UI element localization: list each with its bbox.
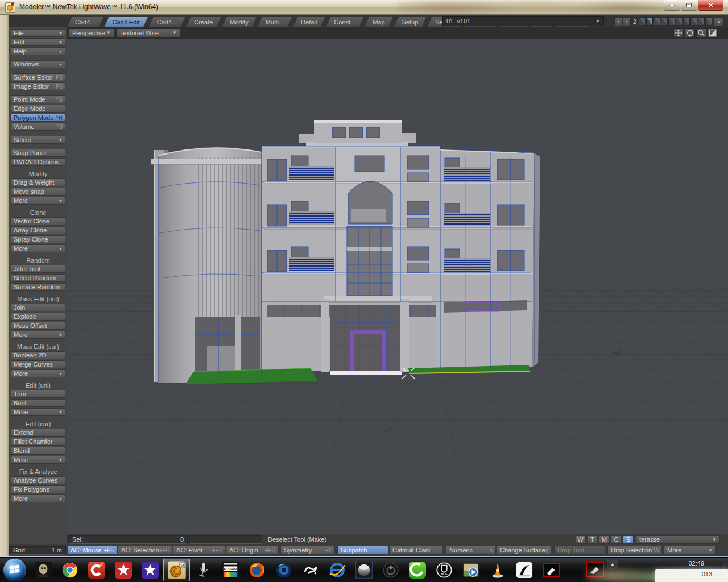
close-button[interactable]: ✕ xyxy=(698,0,723,11)
layer-box-9[interactable] xyxy=(698,17,705,26)
taskbar-icon-pinnacle-studio[interactable]: STUDIO xyxy=(217,559,243,581)
windows-menu[interactable]: Windows▼ xyxy=(11,60,65,68)
edit-menu[interactable]: Edit▼ xyxy=(11,38,65,46)
taskbar-icon-vlc[interactable] xyxy=(484,559,511,581)
polygon-mode-button[interactable]: Polygon Mode^H xyxy=(11,114,65,122)
fillet-chamfer-button[interactable]: Fillet Chamfer xyxy=(11,438,65,446)
mass-edit-uni-more-button[interactable]: More▼ xyxy=(11,331,65,339)
ac-pivot-button[interactable]: AC: Pivot+F7 xyxy=(173,546,225,555)
layer-box-7[interactable] xyxy=(683,17,690,26)
taskbar-icon-ble-downloader[interactable]: BLE xyxy=(431,559,457,581)
taskbar-icon-internet-explorer[interactable] xyxy=(324,559,350,581)
subpatch-button[interactable]: Subpatch xyxy=(337,546,388,555)
file-menu[interactable]: File▼ xyxy=(11,29,65,37)
layer-box-2[interactable] xyxy=(646,17,653,26)
surface-editor-button[interactable]: Surface EditorF5 xyxy=(11,73,65,81)
vmap-morph-button[interactable]: M xyxy=(599,535,610,544)
surface-random-button[interactable]: Surface Random xyxy=(11,283,65,291)
prev-layer-button[interactable]: ‹ xyxy=(614,17,622,26)
ac-selection-button[interactable]: AC: Selection+F8 xyxy=(118,546,172,555)
taskbar-icon-media-player[interactable] xyxy=(457,559,484,581)
select-random-button[interactable]: Select Random xyxy=(11,274,65,282)
extend-button[interactable]: Extend xyxy=(11,429,65,436)
modify-more-button[interactable]: More▼ xyxy=(11,197,65,205)
symmetry-button[interactable]: Symmetry+Y xyxy=(280,546,335,555)
change-surface-button[interactable]: Change Surfaceq xyxy=(497,546,551,555)
taskbar-icon-white-swirl[interactable] xyxy=(297,559,324,581)
taskbar-icon-ccleaner[interactable] xyxy=(83,559,110,581)
taskbar-clock[interactable]: 02:49 xyxy=(688,560,704,567)
viewport[interactable]: Perspective▼ Textured Wire▼ xyxy=(67,27,728,534)
ac-origin-button[interactable]: AC: Origin+F6 xyxy=(226,546,278,555)
layer-box-4[interactable] xyxy=(661,17,668,26)
numeric-button[interactable]: Numericn xyxy=(446,546,496,555)
tab-multiply[interactable]: Multi... xyxy=(258,17,292,27)
taskbar-icon-lightwave-red[interactable] xyxy=(110,559,136,581)
edge-mode-button[interactable]: Edge Mode xyxy=(11,105,65,113)
vmap-texture-button[interactable]: T xyxy=(587,535,598,544)
layer-menu-button[interactable]: ▼ xyxy=(714,17,724,26)
taskbar-icon-flame-ring[interactable] xyxy=(377,559,404,581)
vector-clone-button[interactable]: Vector Clone xyxy=(11,217,65,225)
taskbar-icon-firefox[interactable] xyxy=(243,559,270,581)
drop-tool-button[interactable]: Drop Tool xyxy=(554,546,605,555)
vmap-color-button[interactable]: C xyxy=(611,535,622,544)
taskbar-icon-microphone[interactable] xyxy=(190,559,217,581)
snap-panel-button[interactable]: Snap Panel xyxy=(11,149,65,157)
next-layer-button[interactable]: › xyxy=(623,17,631,26)
minimize-button[interactable] xyxy=(664,0,680,11)
edit-uni-more-button[interactable]: More▼ xyxy=(11,408,65,416)
blend-button[interactable]: Blend xyxy=(11,447,65,455)
join-button[interactable]: Join xyxy=(11,304,65,311)
title-bar[interactable]: Modeler™ NewTek LightWave™ 11.6 (Win64) … xyxy=(0,0,728,15)
viewport-canvas[interactable]: +X -Z xyxy=(67,39,728,534)
volume-mode-button[interactable]: Volume^J xyxy=(11,123,65,131)
tab-setup[interactable]: Setup xyxy=(394,17,427,27)
start-button[interactable] xyxy=(3,559,26,581)
surface-selector[interactable]: terasse▼ xyxy=(636,535,720,544)
taskbar-icon-audio-speaker[interactable] xyxy=(270,559,297,581)
move-snap-button[interactable]: Move snap xyxy=(11,188,65,196)
help-menu[interactable]: Help▼ xyxy=(11,47,65,55)
taskbar-icon-bittorrent[interactable] xyxy=(404,559,431,581)
taskbar-icon-screen-recorder[interactable] xyxy=(537,559,564,581)
tab-modify[interactable]: Modify xyxy=(222,17,256,27)
select-menu[interactable]: Select▼ xyxy=(11,136,65,144)
object-selector[interactable]: 01_v101 ▼ xyxy=(442,16,604,26)
taskbar-icon-chrome[interactable] xyxy=(56,559,83,581)
drop-selection-button[interactable]: Drop Selection"W xyxy=(607,546,662,555)
layer-box-1[interactable] xyxy=(639,17,646,26)
maximize-button[interactable] xyxy=(681,0,697,11)
layer-box-3[interactable] xyxy=(653,17,660,26)
shade-mode-selector[interactable]: Textured Wire▼ xyxy=(117,28,180,38)
taskbar-icon-lightwave-purple[interactable] xyxy=(136,559,163,581)
jitter-tool-button[interactable]: Jitter Tool xyxy=(11,265,65,273)
taskbar-icon-zbrush[interactable] xyxy=(511,559,537,581)
pan-icon[interactable] xyxy=(673,28,684,38)
mass-offset-button[interactable]: Mass Offset xyxy=(11,322,65,330)
point-mode-button[interactable]: Point Mode^G xyxy=(11,95,65,103)
boolean-2d-button[interactable]: Boolean 2D xyxy=(11,351,65,359)
fix-polygons-button[interactable]: Fix Polygons xyxy=(11,485,65,493)
array-clone-button[interactable]: Array Clone xyxy=(11,226,65,234)
catmull-clark-button[interactable]: Catmull-Clark xyxy=(389,546,442,555)
spray-clone-button[interactable]: Spray Clone xyxy=(11,235,65,243)
fix-analyze-more-button[interactable]: More▼ xyxy=(11,494,65,502)
taskbar-icon-modeler[interactable]: M xyxy=(163,559,190,581)
maximize-viewport-icon[interactable] xyxy=(708,28,718,38)
zoom-icon[interactable] xyxy=(696,28,706,38)
layer-box-6[interactable] xyxy=(676,17,682,26)
tab-cad4-a[interactable]: Cad4... xyxy=(67,17,103,27)
rotate-icon[interactable] xyxy=(685,28,695,38)
vmap-weight-button[interactable]: W xyxy=(575,535,586,544)
ac-mouse-button[interactable]: AC: Mouse+F5 xyxy=(67,546,117,555)
layer-box-8[interactable] xyxy=(690,17,697,26)
tab-construct[interactable]: Const... xyxy=(326,17,363,27)
analyze-curves-button[interactable]: Analyze Curves xyxy=(11,476,65,484)
building-model[interactable] xyxy=(151,120,540,384)
bool-button[interactable]: Bool xyxy=(11,399,65,407)
merge-curves-button[interactable]: Merge Curves xyxy=(11,360,65,368)
layer-box-10[interactable] xyxy=(705,17,712,26)
tab-cad4-edit[interactable]: Cad4 Edit xyxy=(104,17,147,27)
view-mode-selector[interactable]: Perspective▼ xyxy=(69,28,114,38)
